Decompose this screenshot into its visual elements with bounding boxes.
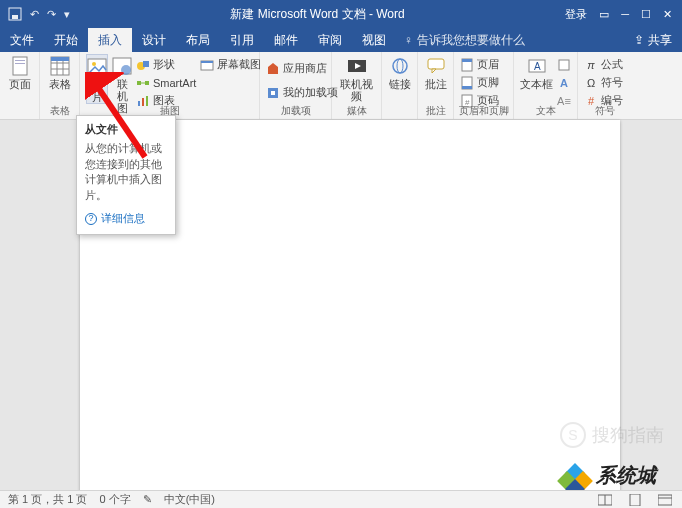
svg-rect-28 [271,91,275,95]
wordart-icon: A [557,76,571,90]
pages-button[interactable]: 页面 [6,54,33,90]
qat-more-icon[interactable]: ▾ [64,8,70,21]
comment-icon [426,56,446,76]
quickparts-button[interactable] [557,56,571,73]
svg-rect-43 [559,60,569,70]
tab-view[interactable]: 视图 [352,28,396,52]
status-proofing-icon[interactable]: ✎ [143,493,152,506]
tab-review[interactable]: 审阅 [308,28,352,52]
equation-icon: π [584,58,598,72]
svg-rect-33 [428,59,444,69]
header-button[interactable]: 页眉 [460,56,499,73]
document-title: 新建 Microsoft Word 文档 - Word [70,6,565,23]
group-addins-label: 加载项 [260,104,331,119]
login-link[interactable]: 登录 [565,7,587,22]
wordart-button[interactable]: A [557,74,571,91]
group-media: 联机视频 媒体 [332,52,382,119]
undo-icon[interactable]: ↶ [30,8,39,21]
footer-icon [460,76,474,90]
svg-point-32 [397,59,403,73]
tab-design[interactable]: 设计 [132,28,176,52]
svg-rect-49 [658,495,672,505]
parts-icon [557,58,571,72]
equation-button[interactable]: π公式 [584,56,623,73]
svg-rect-38 [462,86,472,89]
myaddins-button[interactable]: 我的加载项 [266,84,338,101]
svg-rect-4 [15,63,25,64]
table-icon [50,56,70,76]
screenshot-button[interactable]: 屏幕截图 [200,56,261,73]
smartart-button[interactable]: SmartArt [136,74,196,91]
svg-rect-3 [15,60,25,61]
svg-point-31 [393,59,407,73]
weblayout-icon[interactable] [656,493,674,507]
ribbon-options-icon[interactable]: ▭ [599,8,609,21]
picture-icon [87,57,107,77]
svg-marker-26 [268,63,278,67]
group-headerfooter-label: 页眉和页脚 [454,104,513,119]
status-words[interactable]: 0 个字 [99,492,130,507]
svg-rect-2 [13,57,27,75]
close-icon[interactable]: ✕ [663,8,672,21]
status-page[interactable]: 第 1 页，共 1 页 [8,492,87,507]
group-comments-label: 批注 [418,104,453,119]
sogou-logo-icon: S [560,422,586,448]
tab-layout[interactable]: 布局 [176,28,220,52]
addin-icon [266,86,280,100]
group-pages: 页面 [0,52,40,119]
svg-rect-48 [630,494,640,506]
group-links: 链接 [382,52,418,119]
readmode-icon[interactable] [596,493,614,507]
share-button[interactable]: ⇪共享 [624,28,682,52]
status-bar: 第 1 页，共 1 页 0 个字 ✎ 中文(中国) [0,490,682,508]
header-icon [460,58,474,72]
svg-rect-17 [137,81,141,85]
links-button[interactable]: 链接 [388,54,411,90]
svg-rect-36 [462,59,472,62]
tab-insert[interactable]: 插入 [88,28,132,52]
save-icon[interactable] [8,7,22,21]
maximize-icon[interactable]: ☐ [641,8,651,21]
tooltip-more-link[interactable]: ?详细信息 [85,211,167,226]
online-video-button[interactable]: 联机视频 [338,54,375,102]
group-addins: 应用商店 我的加载项 加载项 [260,52,332,119]
shapes-button[interactable]: 形状 [136,56,196,73]
svg-rect-24 [201,61,213,63]
window-controls: 登录 ▭ ─ ☐ ✕ [565,7,682,22]
group-text: A 文本框 A A≡ 文本 [514,52,578,119]
group-text-label: 文本 [514,104,577,119]
group-illustrations: 图片 联机图片 形状 SmartArt 图表 屏幕截图 插图 [80,52,260,119]
tooltip-body: 从您的计算机或您连接到的其他计算机中插入图片。 [85,141,167,203]
textbox-button[interactable]: A 文本框 [520,54,553,90]
redo-icon[interactable]: ↷ [47,8,56,21]
svg-marker-34 [432,69,436,73]
comment-button[interactable]: 批注 [424,54,447,90]
textbox-icon: A [527,56,547,76]
tab-mailings[interactable]: 邮件 [264,28,308,52]
ribbon-tabs: 文件 开始 插入 设计 布局 引用 邮件 审阅 视图 ♀告诉我您想要做什么 ⇪共… [0,28,682,52]
minimize-icon[interactable]: ─ [621,8,629,20]
tab-references[interactable]: 引用 [220,28,264,52]
svg-rect-1 [12,15,18,19]
smartart-icon [136,76,150,90]
symbol-icon: Ω [584,76,598,90]
tell-me[interactable]: ♀告诉我您想要做什么 [404,28,525,52]
group-comments: 批注 批注 [418,52,454,119]
printlayout-icon[interactable] [626,493,644,507]
svg-rect-18 [145,81,149,85]
store-icon [266,62,280,76]
svg-point-12 [92,62,96,66]
tab-home[interactable]: 开始 [44,28,88,52]
picture-button[interactable]: 图片 [86,54,108,104]
link-icon [390,56,410,76]
group-tables-label: 表格 [40,104,79,119]
tab-file[interactable]: 文件 [0,28,44,52]
help-icon: ? [85,213,97,225]
footer-button[interactable]: 页脚 [460,74,499,91]
shapes-icon [136,58,150,72]
group-media-label: 媒体 [332,104,381,119]
table-button[interactable]: 表格 [46,54,73,90]
store-button[interactable]: 应用商店 [266,60,338,77]
status-language[interactable]: 中文(中国) [164,492,215,507]
symbol-button[interactable]: Ω符号 [584,74,623,91]
